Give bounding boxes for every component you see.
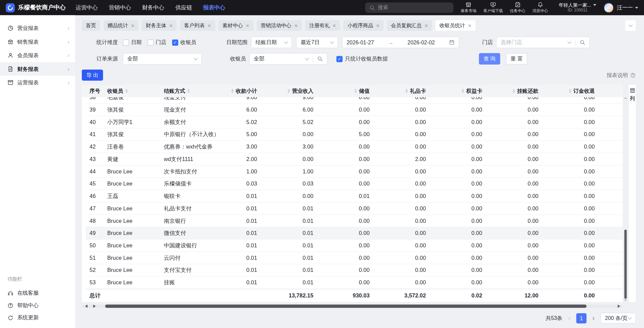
close-tab-icon[interactable]: ×: [294, 23, 298, 28]
checkbox-unchecked[interactable]: [123, 39, 129, 45]
next-page-button[interactable]: ›: [592, 315, 595, 322]
table-row[interactable]: 43黄健wd支付11112.000.000.002.000.000.000.00: [86, 153, 623, 166]
scroll-left-icon[interactable]: [85, 304, 87, 308]
tab-item[interactable]: 注册有礼×: [305, 20, 340, 31]
vertical-scroll-thumb[interactable]: [624, 230, 627, 299]
close-tab-icon[interactable]: ×: [333, 23, 336, 28]
horizontal-scroll-thumb[interactable]: [105, 304, 586, 308]
table-row[interactable]: 41张其俊中原银行（不计入收）5.000.005.000.000.000.000…: [86, 128, 623, 141]
sort-icon[interactable]: [512, 89, 515, 93]
tab-item[interactable]: 财务主体×: [142, 20, 177, 31]
sidebar-footer-item[interactable]: 系统更新: [0, 312, 75, 324]
reset-button[interactable]: 重 置: [506, 53, 528, 65]
dimension-option[interactable]: 日期: [123, 39, 142, 46]
checkbox-checked[interactable]: [172, 39, 178, 45]
query-button[interactable]: 查 询: [479, 53, 500, 65]
tab-item[interactable]: 赠品统计×: [103, 20, 138, 31]
tab-item[interactable]: 营销活动中心×: [257, 20, 302, 31]
sort-icon[interactable]: [231, 89, 234, 93]
table-row[interactable]: 44Bruce Lee次卡抵扣支付1.001.000.000.000.000.0…: [86, 165, 623, 178]
tab-item[interactable]: 客户列表×: [180, 20, 215, 31]
cashier-search-button[interactable]: [313, 56, 327, 62]
column-header[interactable]: 收银员: [107, 87, 164, 95]
dimension-option[interactable]: 收银员: [172, 39, 196, 46]
tab-item[interactable]: 首页: [82, 20, 100, 31]
close-tab-icon[interactable]: ×: [376, 23, 380, 28]
sidebar-item[interactable]: 运营报表›: [0, 76, 75, 89]
checkbox-unchecked[interactable]: [147, 39, 153, 45]
scroll-up-icon[interactable]: [624, 97, 627, 99]
topnav-item[interactable]: 报表中心: [201, 4, 228, 11]
sort-icon[interactable]: [569, 89, 571, 93]
date-range-picker[interactable]: 2026-01-27 → 2026-02-02: [342, 37, 459, 48]
sidebar-item[interactable]: 财务报表›: [0, 62, 75, 76]
close-tab-icon[interactable]: ×: [169, 23, 172, 28]
topnav-item[interactable]: 运营中心: [73, 4, 100, 11]
quick-action[interactable]: 服务市场: [461, 2, 477, 14]
table-row[interactable]: 47Bruce Lee礼品卡支付0.010.010.000.000.000.00…: [86, 203, 623, 215]
scroll-down-icon[interactable]: [624, 300, 627, 301]
table-row[interactable]: 51Bruce Lee云闪付0.010.010.000.000.000.000.…: [86, 252, 623, 264]
sort-icon[interactable]: [125, 89, 128, 93]
table-row[interactable]: 39张其俊现金支付6.006.000.000.000.000.000.00: [86, 104, 623, 116]
store-select[interactable]: 选择门店: [496, 37, 590, 48]
column-header[interactable]: 礼品卡: [374, 87, 430, 95]
sort-icon[interactable]: [354, 89, 357, 93]
only-cashier-filter[interactable]: 只统计收银员数据: [336, 55, 388, 63]
sort-icon[interactable]: [462, 89, 464, 93]
vertical-scrollbar[interactable]: [624, 85, 628, 302]
quick-action[interactable]: 任务中心: [510, 2, 526, 14]
table-row[interactable]: 52Bruce Lee支付宝支付0.010.010.000.000.000.00…: [86, 264, 623, 277]
close-tab-icon[interactable]: ×: [246, 23, 249, 28]
dimension-option[interactable]: 门店: [147, 39, 166, 46]
report-help-link[interactable]: 报表说明: [607, 71, 636, 79]
user-menu[interactable]: 汪一一: [617, 4, 638, 11]
horizontal-scrollbar[interactable]: [82, 304, 623, 308]
tab-item[interactable]: 素材中心×: [218, 20, 253, 31]
column-header[interactable]: 收款小计: [218, 87, 261, 95]
table-row[interactable]: 38毛嘉俊现金支付9.009.000.000.000.000.000.00: [86, 97, 623, 104]
sort-icon[interactable]: [405, 89, 408, 93]
only-cashier-checkbox[interactable]: [336, 56, 342, 62]
page-size-select[interactable]: 200 条/页: [600, 313, 636, 324]
table-row[interactable]: 42汪卷卷优惠券：wxh代金券3.003.000.000.000.000.000…: [86, 141, 623, 153]
scroll-right-icon[interactable]: [93, 304, 96, 308]
tab-item[interactable]: 收银员统计×: [435, 20, 476, 31]
cashier-select[interactable]: 全部: [249, 53, 328, 65]
tab-list-dropdown[interactable]: [625, 20, 636, 31]
tab-item[interactable]: 会员复购汇总×: [387, 20, 432, 31]
sidebar-footer-item[interactable]: 帮助中心: [0, 299, 75, 312]
table-row[interactable]: 50Bruce Lee中国建设银行0.010.010.000.000.000.0…: [86, 240, 623, 252]
global-search-input[interactable]: 搜索: [365, 2, 453, 13]
close-tab-icon[interactable]: ×: [468, 23, 472, 28]
table-row[interactable]: 53Bruce Lee挂账0.010.010.000.000.000.000.0…: [86, 277, 623, 289]
table-row[interactable]: 49Bruce Lee微信支付0.010.010.000.000.000.000…: [86, 227, 623, 240]
brand[interactable]: 乐檬餐饮商户中心: [6, 3, 66, 12]
quick-action[interactable]: 消息中心: [533, 2, 548, 14]
table-row[interactable]: 40小万同学1余额支付5.025.020.000.000.000.000.00: [86, 116, 623, 128]
column-header[interactable]: 挂账还款: [486, 87, 543, 95]
order-source-select[interactable]: 全部: [123, 53, 202, 65]
topnav-item[interactable]: 营销中心: [106, 4, 134, 11]
sidebar-footer-item[interactable]: 在线客服: [0, 287, 75, 299]
column-settings-button[interactable]: 列: [629, 85, 636, 302]
sidebar-item[interactable]: 销售报表›: [0, 35, 75, 48]
cashier-select-value[interactable]: 全部: [250, 53, 312, 64]
prev-page-button[interactable]: ‹: [568, 315, 571, 322]
sidebar-item[interactable]: 营业报表›: [0, 22, 75, 35]
tab-item[interactable]: 小程序商品×: [343, 20, 384, 31]
column-header[interactable]: 储值: [317, 87, 374, 95]
column-header[interactable]: 营业收入: [261, 87, 317, 95]
merchant-switcher[interactable]: 年轻人第一家... ID: 100011: [559, 2, 596, 13]
sort-icon[interactable]: [288, 89, 290, 93]
user-avatar[interactable]: [604, 3, 613, 12]
topnav-item[interactable]: 供应链: [173, 4, 194, 11]
column-header[interactable]: 订金收退: [543, 87, 599, 95]
store-search-button[interactable]: [576, 40, 590, 45]
date-type-select[interactable]: 结账日期: [251, 37, 292, 48]
quick-action[interactable]: 客户端下载: [483, 2, 503, 14]
current-page-button[interactable]: 1: [576, 313, 587, 323]
close-tab-icon[interactable]: ×: [131, 23, 134, 28]
close-tab-icon[interactable]: ×: [425, 23, 428, 28]
store-select-value[interactable]: 选择门店: [497, 37, 575, 48]
